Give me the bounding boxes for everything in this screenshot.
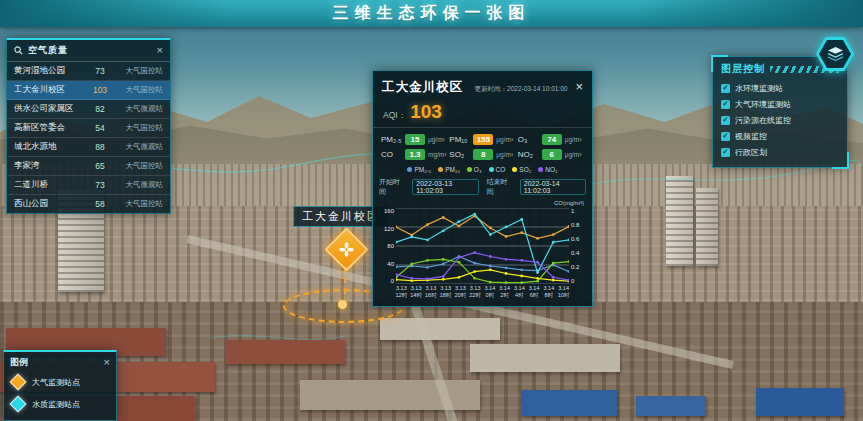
- pollutant-unit: mg/m³: [428, 151, 446, 158]
- station-row[interactable]: 高新区管委会54大气国控站: [7, 119, 170, 138]
- pollutant-item: CO1.3mg/m³: [381, 149, 447, 160]
- blue-roof-building: [636, 396, 706, 416]
- layer-checkbox[interactable]: ✓: [721, 116, 730, 125]
- station-row[interactable]: 西山公园58大气国控站: [7, 195, 170, 213]
- right-axis-unit-label: CO(mg/m³): [554, 200, 584, 206]
- station-name: 工大金川校区: [14, 84, 89, 96]
- layer-checkbox[interactable]: ✓: [721, 100, 730, 109]
- layer-item[interactable]: ✓行政区划: [721, 144, 839, 160]
- station-row[interactable]: 供水公司家属区82大气微观站: [7, 100, 170, 119]
- chart-legend-label: PM₁₀: [445, 166, 460, 173]
- blue-roof-building: [756, 388, 844, 416]
- layer-label: 水环境监测站: [735, 83, 783, 94]
- pollutant-value-badge: 6: [542, 149, 562, 160]
- layer-item[interactable]: ✓水环境监测站: [721, 80, 839, 96]
- station-panel-header: 空气质量 ×: [7, 40, 170, 62]
- layer-control-toggle[interactable]: [816, 37, 854, 71]
- station-name: 供水公司家属区: [14, 103, 89, 115]
- pollutant-name: PM₁₀: [449, 135, 470, 144]
- x-tick-hour: 20时: [453, 292, 468, 299]
- x-tick-hour: 10时: [556, 292, 571, 299]
- x-axis-tick: 3.1320时: [453, 285, 468, 299]
- layer-label: 视频监控: [735, 131, 767, 142]
- x-tick-date: 3.13: [409, 285, 424, 292]
- station-row[interactable]: 城北水源地88大气微观站: [7, 138, 170, 157]
- map-legend-label: 水质监测站点: [32, 399, 80, 410]
- station-row[interactable]: 李家湾65大气国控站: [7, 157, 170, 176]
- x-tick-date: 3.14: [556, 285, 571, 292]
- station-row[interactable]: 二道川桥73大气微观站: [7, 176, 170, 195]
- station-name: 黄河湿地公园: [14, 65, 89, 77]
- station-row[interactable]: 黄河湿地公园73大气国控站: [7, 62, 170, 81]
- layer-checkbox[interactable]: ✓: [721, 84, 730, 93]
- pollutant-value-badge: 155: [473, 134, 493, 145]
- x-tick-date: 3.14: [497, 285, 512, 292]
- close-icon[interactable]: ×: [157, 45, 163, 56]
- station-aqi-value: 73: [89, 180, 111, 190]
- layer-checkbox[interactable]: ✓: [721, 132, 730, 141]
- pollutant-name: NO₂: [518, 150, 539, 159]
- layer-checkbox[interactable]: ✓: [721, 148, 730, 157]
- map-legend-marker-icon: [10, 396, 27, 413]
- close-icon[interactable]: ×: [575, 80, 583, 93]
- legend-dot-icon: [467, 167, 472, 172]
- layer-label: 大气环境监测站: [735, 99, 791, 110]
- pollutant-unit: μg/m³: [565, 151, 582, 158]
- app-header: 三维生态环保一张图: [0, 0, 863, 27]
- chart-legend-item[interactable]: NO₂: [538, 166, 557, 173]
- x-axis-tick: 3.1316时: [424, 285, 439, 299]
- y-axis-tick-left: 120: [379, 226, 394, 232]
- chart-legend-item[interactable]: CO: [489, 166, 506, 173]
- pollutant-value-badge: 15: [405, 134, 425, 145]
- layer-item[interactable]: ✓视频监控: [721, 128, 839, 144]
- building-block: [225, 340, 345, 364]
- map-3d-scene[interactable]: 三维生态环保一张图 空气质量 × 黄河湿地公园73大气国控站工大金川校区103大…: [0, 0, 863, 421]
- layer-control-panel: 图层控制 ✓水环境监测站✓大气环境监测站✓污染源在线监控✓视频监控✓行政区划: [712, 56, 848, 168]
- chart-legend-item[interactable]: PM₂.₅: [407, 166, 431, 173]
- x-axis-tick: 3.1410时: [556, 285, 571, 299]
- y-axis-tick-left: 40: [379, 261, 394, 267]
- pollutant-grid: PM₂.₅15μg/m³PM₁₀155μg/m³O₃74μg/m³CO1.3mg…: [373, 128, 592, 162]
- chart-legend-item[interactable]: PM₁₀: [438, 166, 460, 173]
- chart-legend-label: NO₂: [545, 166, 557, 173]
- map-legend-label: 大气监测站点: [32, 377, 80, 388]
- station-type: 大气国控站: [111, 161, 163, 171]
- pollutant-value-badge: 74: [542, 134, 562, 145]
- layer-list: ✓水环境监测站✓大气环境监测站✓污染源在线监控✓视频监控✓行政区划: [721, 80, 839, 160]
- chart-legend-item[interactable]: SO₂: [512, 166, 531, 173]
- pollutant-trend-lines[interactable]: [396, 208, 569, 284]
- building-block: [380, 318, 500, 340]
- x-tick-date: 3.14: [527, 285, 542, 292]
- close-icon[interactable]: ×: [104, 357, 110, 368]
- blue-roof-building: [522, 390, 617, 416]
- chart-legend-label: O₃: [474, 166, 482, 173]
- legend-dot-icon: [512, 167, 517, 172]
- legend-dot-icon: [438, 167, 443, 172]
- map-legend-list: 大气监测站点水质监测站点: [10, 371, 110, 415]
- building-block: [470, 344, 620, 372]
- start-time-input[interactable]: 2022-03-13 11:02:03: [412, 179, 478, 195]
- y-axis-tick-right: 0.8: [571, 222, 586, 228]
- chart-legend-item[interactable]: O₃: [467, 166, 482, 173]
- building-tower: [696, 188, 718, 266]
- pollutant-item: SO₂8μg/m³: [449, 149, 515, 160]
- pollutant-name: O₃: [518, 135, 539, 144]
- x-axis-tick: 3.1314时: [409, 285, 424, 299]
- legend-dot-icon: [407, 167, 412, 172]
- station-type: 大气微观站: [111, 180, 163, 190]
- station-name: 城北水源地: [14, 141, 89, 153]
- x-tick-hour: 4时: [512, 292, 527, 299]
- x-tick-hour: 6时: [527, 292, 542, 299]
- x-axis-tick: 3.1318时: [438, 285, 453, 299]
- station-row[interactable]: 工大金川校区103大气国控站: [7, 81, 170, 100]
- x-tick-date: 3.14: [542, 285, 557, 292]
- layer-item[interactable]: ✓大气环境监测站: [721, 96, 839, 112]
- building-tower: [666, 176, 693, 266]
- station-name: 高新区管委会: [14, 122, 89, 134]
- x-tick-hour: 18时: [438, 292, 453, 299]
- pollutant-item: NO₂6μg/m³: [518, 149, 584, 160]
- layer-item[interactable]: ✓污染源在线监控: [721, 112, 839, 128]
- chart-plot-area[interactable]: [396, 208, 569, 284]
- end-time-input[interactable]: 2022-03-14 11:02:03: [520, 179, 586, 195]
- map-legend-item: 大气监测站点: [10, 371, 110, 393]
